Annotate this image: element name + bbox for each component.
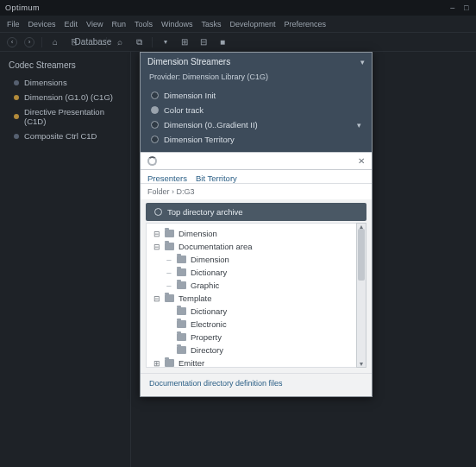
app-title: Optimum [5, 3, 40, 12]
minimize-icon[interactable]: – [448, 3, 457, 12]
dash-icon: – [166, 268, 172, 277]
menu-tools[interactable]: Tools [135, 20, 153, 28]
scroll-down-icon[interactable]: ▾ [357, 360, 366, 368]
forward-button[interactable]: › [24, 37, 34, 47]
folder-icon [177, 320, 186, 328]
radio-icon [151, 136, 159, 143]
menu-run[interactable]: Run [111, 20, 126, 28]
circle-icon [154, 208, 162, 216]
menu-preferences[interactable]: Preferences [285, 20, 327, 28]
tree-node[interactable]: ⊟Documentation area [150, 240, 353, 253]
search-icon[interactable]: ⌕ [114, 37, 126, 47]
search-input[interactable] [162, 156, 358, 166]
menu-devices[interactable]: Devices [28, 20, 56, 28]
chevron-down-icon[interactable]: ▾ [357, 121, 361, 129]
collapse-icon[interactable]: ⊟ [153, 243, 160, 251]
tree-node-label: Dictionary [191, 306, 227, 316]
database-label[interactable]: Database [87, 37, 99, 47]
breadcrumb: Folder › D:G3 [141, 184, 372, 199]
main-area: Codec Streamers Dimensions Dimension (G1… [0, 52, 476, 467]
sidebar-item-label: Dimension (G1.0) (C1G) [24, 92, 113, 102]
panel-option-label: Dimension (0..Gradient II) [164, 120, 258, 129]
menu-file[interactable]: File [7, 20, 20, 28]
tree-node[interactable]: Dictionary [150, 305, 353, 318]
sidebar-item-directive[interactable]: Directive Presentation (C1D) [0, 104, 130, 129]
sidebar-item-label: Directive Presentation (C1D) [24, 107, 122, 126]
menu-development[interactable]: Development [229, 20, 275, 28]
folder-icon [165, 243, 174, 250]
tree-node-label: Emitter [178, 358, 204, 368]
menu-windows[interactable]: Windows [161, 20, 193, 28]
tree-node[interactable]: Property [150, 331, 353, 344]
tree-container: ⊟Dimension ⊟Documentation area –Dimensio… [146, 223, 366, 368]
scrollbar[interactable]: ▴ ▾ [356, 223, 366, 368]
tree-node-label: Dictionary [191, 268, 227, 277]
titlebar: Optimum – □ [0, 0, 476, 16]
tree-body: ⊟Dimension ⊟Documentation area –Dimensio… [146, 223, 356, 368]
panel-title-row: Dimension Streamers ▾ [141, 53, 372, 71]
panel-option[interactable]: Color track [146, 103, 366, 117]
tree-node-label: Documentation area [178, 242, 253, 251]
maximize-icon[interactable]: □ [462, 3, 471, 12]
panel-option-label: Dimension Territory [164, 135, 235, 144]
home-icon[interactable]: ⌂ [49, 37, 61, 47]
panel-option[interactable]: Dimension (0..Gradient II) ▾ [146, 117, 366, 132]
panel-tabs: Presenters Bit Territory [141, 170, 372, 184]
sidebar-item-label: Composite Ctrl C1D [24, 131, 97, 141]
tree-node[interactable]: ⊟Dimension [150, 227, 353, 240]
window-icon[interactable]: ⧉ [133, 37, 145, 47]
bullet-icon [14, 114, 19, 119]
spinner-icon [147, 156, 157, 166]
tree-node[interactable]: –Graphic [150, 279, 353, 292]
sidebar-item-composite[interactable]: Composite Ctrl C1D [0, 129, 130, 143]
panel-option-list: Dimension Init Color track Dimension (0.… [141, 86, 372, 152]
tab-presenters[interactable]: Presenters [147, 174, 187, 183]
collapse-icon[interactable]: ⊟ [153, 230, 160, 238]
sidebar-item-dimensions[interactable]: Dimensions [0, 75, 130, 90]
tree-node-label: Property [191, 332, 222, 342]
panel-header: Dimension Streamers ▾ Provider: Dimensio… [141, 53, 372, 152]
stop-icon[interactable]: ■ [216, 37, 229, 47]
tree-header-label: Top directory archive [167, 207, 243, 217]
workarea: Dimension Streamers ▾ Provider: Dimensio… [131, 52, 476, 467]
dash-icon: – [166, 281, 172, 290]
close-icon[interactable]: ✕ [358, 156, 365, 166]
menu-edit[interactable]: Edit [65, 20, 78, 28]
bullet-icon [14, 134, 19, 139]
tree-node[interactable]: –Dictionary [150, 266, 353, 279]
tree-node-label: Dimension [191, 255, 229, 264]
tree-node-label: Template [178, 293, 212, 303]
chevron-down-icon[interactable]: ▾ [360, 58, 365, 66]
folder-icon [165, 359, 174, 367]
collapse-icon[interactable]: ⊟ [197, 37, 210, 47]
sidebar: Codec Streamers Dimensions Dimension (G1… [0, 52, 131, 467]
collapse-icon[interactable]: ⊟ [153, 294, 160, 303]
footer-link[interactable]: Documentation directory definition files [141, 373, 372, 396]
folder-icon [177, 268, 186, 276]
tree-node[interactable]: Electronic [150, 318, 353, 331]
tree-node[interactable]: –Dimension [150, 253, 353, 266]
folder-icon [165, 230, 174, 237]
toolbar-separator [41, 37, 42, 47]
panel-option[interactable]: Dimension Territory [146, 132, 366, 147]
back-button[interactable]: ‹ [7, 37, 17, 47]
folder-icon [165, 294, 174, 302]
expand-icon[interactable]: ⊞ [153, 359, 160, 368]
tab-bit-territory[interactable]: Bit Territory [196, 174, 237, 183]
folder-icon [177, 346, 186, 354]
tree-node[interactable]: Directory [150, 344, 353, 357]
radio-icon [151, 121, 159, 129]
menu-tasks[interactable]: Tasks [201, 20, 221, 28]
sidebar-item-dimension-g10[interactable]: Dimension (G1.0) (C1G) [0, 90, 130, 104]
panel-option-label: Dimension Init [164, 91, 216, 100]
expand-icon[interactable]: ⊞ [178, 37, 191, 47]
toolbar-separator [152, 37, 153, 47]
panel-option[interactable]: Dimension Init [146, 88, 366, 103]
tree-header[interactable]: Top directory archive [146, 203, 366, 221]
tree-node[interactable]: ⊟Template [150, 292, 353, 305]
tree-node[interactable]: ⊞Emitter [150, 357, 353, 368]
radio-icon [151, 106, 159, 114]
menu-view[interactable]: View [86, 20, 103, 28]
scrollbar-thumb[interactable] [358, 229, 365, 281]
chevron-down-icon[interactable]: ▾ [160, 37, 172, 47]
